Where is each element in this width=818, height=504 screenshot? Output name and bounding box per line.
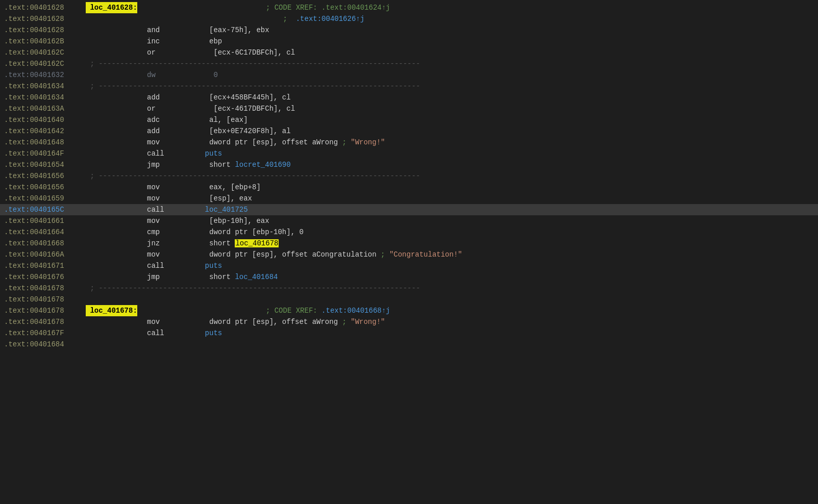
code-line: .text:00401656 ; -----------------------…: [0, 170, 818, 182]
operand: [ebp-10h], eax: [188, 215, 269, 226]
label-ref-puts3[interactable]: puts: [205, 329, 222, 337]
spacer: [137, 2, 266, 13]
indent: [86, 327, 147, 339]
code-line: .text:00401659 mov [esp], eax: [0, 193, 818, 204]
address: .text:00401656: [4, 170, 86, 182]
label-ref-puts2[interactable]: puts: [205, 262, 222, 270]
code-line: .text:00401628 and [eax-75h], ebx: [0, 24, 818, 36]
address: .text:0040164F: [4, 148, 86, 159]
xref-link2[interactable]: .text:00401668↑j: [321, 307, 390, 315]
address: .text:00401664: [4, 226, 86, 238]
indent: [86, 159, 147, 170]
mnemonic: and: [147, 24, 188, 36]
code-line: .text:00401634 ; -----------------------…: [0, 81, 818, 92]
address: .text:00401659: [4, 193, 86, 204]
operand: [esp], eax: [188, 193, 252, 204]
comment: ; "Wrong!": [342, 316, 385, 327]
operand: ebp: [188, 36, 222, 47]
code-line: .text:00401684: [0, 339, 818, 350]
comment: ; "Congratulation!": [381, 249, 462, 260]
code-line: .text:00401632 dw 0: [0, 69, 818, 81]
operand: [ecx+458BF445h], cl: [188, 92, 291, 103]
spacer: [137, 305, 266, 316]
indent: [86, 316, 147, 327]
code-line: .text:00401628 loc_401628: ; CODE XREF: …: [0, 2, 818, 13]
mnemonic: add: [147, 125, 188, 137]
mnemonic: cmp: [147, 226, 188, 238]
mnemonic: jnz: [147, 238, 188, 249]
code-line: .text:0040162B inc ebp: [0, 36, 818, 47]
operand: dword ptr [esp], offset aCongratulation: [188, 249, 381, 260]
address: .text:00401632: [4, 69, 86, 81]
code-line: .text:00401656 mov eax, [ebp+8]: [0, 182, 818, 193]
disassembly-view: .text:00401628 loc_401628: ; CODE XREF: …: [0, 0, 818, 352]
code-line: .text:00401628 ; .text:00401626↑j: [0, 13, 818, 24]
indent: [86, 69, 147, 81]
indent: [86, 47, 147, 58]
address: .text:00401678: [4, 305, 86, 316]
operand: loc_401725: [188, 204, 248, 215]
mnemonic: dw: [147, 69, 188, 81]
indent: [86, 271, 147, 283]
label-ref-loc401678[interactable]: loc_401678: [235, 239, 279, 247]
separator: ; --------------------------------------…: [86, 81, 420, 92]
label-def: loc_401678:: [86, 305, 137, 316]
code-line: .text:00401678 loc_401678: ; CODE XREF: …: [0, 305, 818, 316]
label-ref-locret[interactable]: locret_401690: [235, 161, 290, 169]
code-line: .text:0040162C ; -----------------------…: [0, 58, 818, 69]
code-line: .text:00401668 jnz short loc_401678: [0, 238, 818, 249]
operand: dword ptr [esp], offset aWrong: [188, 316, 342, 327]
address: .text:00401678: [4, 316, 86, 327]
code-line-highlighted: .text:0040165C call loc_401725: [0, 204, 818, 215]
mnemonic: call: [147, 148, 188, 159]
indent: [86, 193, 147, 204]
indent: [86, 238, 147, 249]
address: .text:00401671: [4, 260, 86, 271]
comment: ; CODE XREF: .text:00401668↑j: [266, 305, 390, 316]
mnemonic: jmp: [147, 159, 188, 170]
separator: ; --------------------------------------…: [86, 170, 420, 182]
operand: dword ptr [ebp-10h], 0: [188, 226, 304, 238]
indent: [86, 114, 147, 125]
label-ref-puts[interactable]: puts: [205, 149, 222, 158]
code-line: .text:0040167F call puts: [0, 327, 818, 339]
indent: [86, 36, 147, 47]
comment: ; "Wrong!": [342, 137, 385, 148]
label-ref-loc401684[interactable]: loc_401684: [235, 273, 278, 281]
label-ref-loc401725[interactable]: loc_401725: [205, 206, 248, 214]
mnemonic: adc: [147, 114, 188, 125]
xref-link[interactable]: .text:00401626↑j: [296, 15, 364, 23]
address: .text:00401648: [4, 137, 86, 148]
mnemonic: mov: [147, 137, 188, 148]
code-line: .text:0040166A mov dword ptr [esp], offs…: [0, 249, 818, 260]
comment: ; CODE XREF: .text:00401624↑j: [266, 2, 390, 13]
address: .text:00401678: [4, 294, 86, 305]
mnemonic: call: [147, 327, 188, 339]
indent: [86, 92, 147, 103]
code-line: .text:00401648 mov dword ptr [esp], offs…: [0, 137, 818, 148]
address: .text:00401678: [4, 283, 86, 294]
code-line: .text:00401640 adc al, [eax]: [0, 114, 818, 125]
spacer: [86, 13, 283, 24]
label-def: loc_401628:: [86, 2, 137, 13]
operand: puts: [188, 260, 222, 271]
mnemonic: call: [147, 204, 188, 215]
mnemonic: jmp: [147, 271, 188, 283]
address: .text:00401628: [4, 2, 86, 13]
operand: [eax-75h], ebx: [188, 24, 269, 36]
address: .text:0040163A: [4, 103, 86, 114]
code-line: .text:00401634 add [ecx+458BF445h], cl: [0, 92, 818, 103]
address: .text:00401628: [4, 13, 86, 24]
indent: [86, 137, 147, 148]
separator: ; --------------------------------------…: [86, 283, 420, 294]
code-line: .text:00401678 mov dword ptr [esp], offs…: [0, 316, 818, 327]
operand: al, [eax]: [188, 114, 248, 125]
operand: dword ptr [esp], offset aWrong: [188, 137, 342, 148]
operand: eax, [ebp+8]: [188, 182, 261, 193]
mnemonic: or: [147, 103, 188, 114]
code-line: .text:00401671 call puts: [0, 260, 818, 271]
code-line: .text:00401676 jmp short loc_401684: [0, 271, 818, 283]
code-line: .text:00401678 ; -----------------------…: [0, 283, 818, 294]
mnemonic: mov: [147, 193, 188, 204]
mnemonic: mov: [147, 182, 188, 193]
